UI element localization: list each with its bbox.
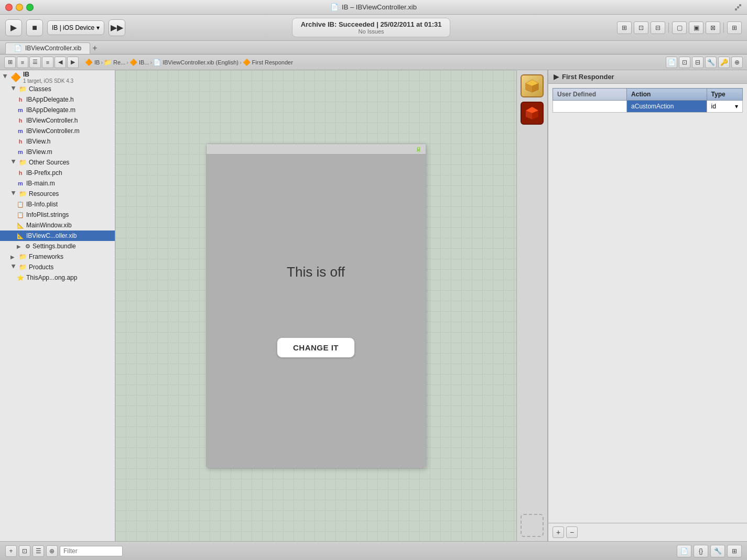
inspector-add-button[interactable]: + — [553, 526, 564, 538]
identity-btn[interactable]: ⊟ — [692, 57, 703, 68]
list-view-btn[interactable]: ≡ — [17, 57, 28, 68]
strings-icon: 📋 — [17, 212, 24, 218]
bottom-right-grid-btn[interactable]: ⊞ — [727, 545, 742, 557]
sidebar-item-infoplist-strings[interactable]: 📋 InfoPlist.strings — [0, 210, 115, 220]
breadcrumb-first-responder[interactable]: 🔶 First Responder — [243, 59, 293, 66]
play-button[interactable]: ▶ — [5, 19, 22, 36]
prev-btn[interactable]: ◀ — [55, 57, 66, 68]
sidebar-item-mainwindow-xib[interactable]: 📐 MainWindow.xib — [0, 220, 115, 230]
minimize-button[interactable] — [16, 4, 23, 11]
type-value[interactable]: id ▾ — [707, 101, 742, 113]
sidebar-root-sub: 1 target, iOS SDK 4.3 — [23, 78, 73, 84]
ibviewcontroller-h-label: IBViewController.h — [26, 117, 78, 124]
status-badge: Archive IB: Succeeded | 25/02/2011 at 01… — [292, 18, 451, 37]
svg-rect-1 — [737, 6, 739, 8]
sidebar-item-resources[interactable]: ▶ 📁 Resources — [0, 189, 115, 199]
sort-btn[interactable]: ≡ — [42, 57, 53, 68]
tab-add-button[interactable]: + — [92, 43, 97, 54]
sidebar-item-thisapp[interactable]: ⭐ ThisApp...ong.app — [0, 272, 115, 283]
sidebar-item-ib-main[interactable]: m IB-main.m — [0, 178, 115, 189]
iphone-change-button[interactable]: CHANGE IT — [277, 337, 355, 358]
action-value[interactable]: aCustomAction — [627, 101, 707, 113]
close-button[interactable] — [5, 4, 13, 11]
breadcrumb-re[interactable]: 📁 Re... — [104, 59, 125, 66]
breadcrumb-xib[interactable]: 📄 IBViewController.xib (English) — [153, 59, 239, 66]
bottom-add-button[interactable]: + — [5, 545, 17, 557]
resources-folder-icon: 📁 — [19, 190, 27, 197]
sidebar-item-ibappdelegate-m[interactable]: m IBAppDelegate.m — [0, 105, 115, 115]
svg-rect-0 — [735, 8, 737, 10]
bottom-right-gear-btn[interactable]: 🔧 — [710, 545, 725, 557]
type-dropdown-arrow: ▾ — [735, 103, 738, 110]
editor-assistant-btn[interactable]: ⊡ — [634, 21, 648, 34]
sidebar-item-other-sources[interactable]: ▶ 📁 Other Sources — [0, 157, 115, 168]
breadcrumb-ib[interactable]: 🔶 IB — [85, 59, 100, 66]
bottom-search-input[interactable] — [60, 546, 123, 556]
sidebar-root-ib[interactable]: ▶ 🔶 IB 1 target, iOS SDK 4.3 — [0, 70, 115, 84]
sidebar-item-ibappdelegate-h[interactable]: h IBAppDelegate.h — [0, 94, 115, 105]
quick-help-btn[interactable]: ⊡ — [679, 57, 690, 68]
inspector-table: User Defined Action Type aCustomAction i… — [553, 88, 743, 113]
ibviewcontroller-m-label: IBViewController.m — [26, 127, 80, 135]
separator-2 — [723, 23, 724, 33]
breadcrumb-xib-label: IBViewController.xib (English) — [163, 59, 239, 65]
connections-btn[interactable]: 🔑 — [718, 57, 730, 68]
folder-icon: 📁 — [104, 59, 112, 66]
sidebar-item-settings-bundle[interactable]: ▶ ⚙ Settings.bundle — [0, 241, 115, 251]
file-inspector-btn[interactable]: 📄 — [666, 57, 677, 68]
frameworks-label: Frameworks — [29, 253, 63, 260]
sidebar-root-name: IB — [23, 71, 73, 78]
sidebar-item-ibviewcontroller-m[interactable]: m IBViewController.m — [0, 126, 115, 136]
bottom-right-code-btn[interactable]: {} — [694, 545, 708, 557]
sidebar-item-products[interactable]: ▶ 📁 Products — [0, 262, 115, 272]
attributes-btn[interactable]: 🔧 — [705, 57, 717, 68]
next-btn[interactable]: ▶ — [67, 57, 79, 68]
export-button[interactable]: ▶▶ — [109, 19, 125, 36]
device-selector[interactable]: IB | iOS Device ▾ — [47, 20, 104, 35]
sidebar-root-label: IB 1 target, iOS SDK 4.3 — [23, 71, 73, 84]
cube-yellow-btn[interactable] — [521, 74, 544, 97]
sidebar-item-ibview-h[interactable]: h IBView.h — [0, 136, 115, 147]
bindings-btn[interactable]: ⊕ — [731, 57, 743, 68]
main-area: ▶ 🔶 IB 1 target, iOS SDK 4.3 ▶ 📁 Classes… — [0, 70, 747, 541]
bottom-plus-btn[interactable]: ⊕ — [46, 545, 58, 557]
editor-standard-btn[interactable]: ⊞ — [617, 21, 632, 34]
sidebar-item-classes[interactable]: ▶ 📁 Classes — [0, 84, 115, 94]
bottom-folder-btn[interactable]: ⊡ — [19, 545, 30, 557]
canvas-area[interactable]: × 🔋 This is off CHANGE IT — [115, 70, 516, 541]
stop-button[interactable]: ■ — [26, 19, 43, 36]
ibview-h-label: IBView.h — [26, 138, 50, 145]
sidebar-item-ib-prefix[interactable]: h IB-Prefix.pch — [0, 168, 115, 178]
bottom-right-file-btn[interactable]: 📄 — [677, 545, 691, 557]
maximize-button[interactable] — [26, 4, 34, 11]
infoplist-strings-label: InfoPlist.strings — [26, 211, 69, 218]
sidebar-item-ib-info-plist[interactable]: 📋 IB-Info.plist — [0, 199, 115, 210]
hierarchy-btn[interactable]: ☰ — [29, 57, 41, 68]
editor-version-btn[interactable]: ⊟ — [651, 21, 665, 34]
grid-view-btn[interactable]: ⊞ — [4, 57, 16, 68]
filter-icons: ⊞ ≡ ☰ ≡ ◀ ▶ — [4, 57, 79, 68]
organizer-btn[interactable]: ⊞ — [727, 21, 742, 34]
bottom-list-btn[interactable]: ☰ — [33, 545, 44, 557]
other-sources-expand: ▶ — [11, 159, 17, 166]
inspector-remove-button[interactable]: − — [566, 526, 578, 538]
sidebar-item-ibview-m[interactable]: m IBView.m — [0, 147, 115, 157]
resize-icon[interactable] — [734, 4, 742, 11]
classes-expand: ▶ — [11, 86, 17, 92]
products-folder-icon: 📁 — [19, 263, 27, 271]
navigator-btn[interactable]: ▢ — [672, 21, 687, 34]
tab-ibviewcontroller[interactable]: 📄 IBViewController.xib — [5, 42, 90, 54]
utilities-btn[interactable]: ⊠ — [706, 21, 720, 34]
sidebar-item-ibviewc-xib[interactable]: 📐 IBViewC...oller.xib — [0, 230, 115, 241]
device-selector-label: IB | iOS Device — [52, 24, 94, 31]
xib-selected-icon: 📐 — [17, 233, 24, 239]
cube-red-btn[interactable] — [521, 102, 544, 125]
type-dropdown[interactable]: id ▾ — [711, 103, 738, 110]
breadcrumb-ib-label: IB — [94, 59, 100, 65]
debug-btn[interactable]: ▣ — [689, 21, 703, 34]
sidebar-item-ibviewcontroller-h[interactable]: h IBViewController.h — [0, 115, 115, 126]
sidebar-item-frameworks[interactable]: ▶ 📁 Frameworks — [0, 251, 115, 262]
cube-empty — [521, 514, 544, 537]
window-title-text: IB – IBViewController.xib — [342, 3, 417, 11]
breadcrumb-ib2[interactable]: 🔶 IB... — [129, 59, 149, 66]
